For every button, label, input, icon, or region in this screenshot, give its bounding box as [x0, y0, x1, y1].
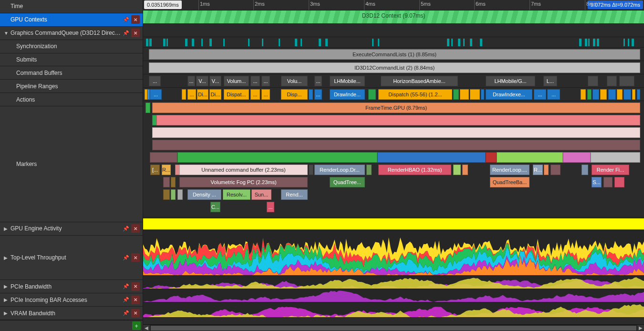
sidebar-row-pipeline[interactable]: Pipeline Ranges	[0, 80, 143, 93]
marker-span[interactable]	[152, 127, 640, 138]
sidebar-row-time[interactable]: Time	[0, 0, 143, 13]
scroll-right-icon[interactable]: ▶	[637, 325, 644, 331]
marker-span[interactable]: C...	[210, 202, 220, 212]
marker-span[interactable]	[462, 165, 468, 175]
marker-span[interactable]	[156, 115, 640, 125]
timeline-span[interactable]: Disp...	[281, 89, 308, 100]
marker-span[interactable]: QuadTreeBa...	[490, 177, 530, 187]
timeline-span[interactable]: Dispatch (55-56) (1.2...	[378, 89, 452, 100]
timeline-span[interactable]	[607, 76, 617, 86]
pin-icon[interactable]: 📌	[122, 224, 130, 233]
sync-tick[interactable]	[192, 39, 194, 46]
sync-tick[interactable]	[201, 39, 203, 46]
marker-span[interactable]: ...	[267, 202, 274, 212]
marker-span[interactable]	[150, 152, 177, 163]
timeline-span[interactable]: ...	[261, 76, 270, 86]
marker-span[interactable]	[614, 177, 624, 187]
pin-icon[interactable]: 📌	[122, 253, 130, 262]
track-commandbuffers[interactable]: ID3D12CommandList (2) (8.84ms)	[143, 61, 644, 74]
marker-span[interactable]: Resolv...	[223, 189, 250, 200]
sync-tick[interactable]	[301, 39, 302, 46]
timeline-span[interactable]: ...	[261, 89, 270, 100]
pin-icon[interactable]: 📌	[122, 29, 130, 37]
timeline-span[interactable]	[632, 89, 635, 100]
marker-span[interactable]: Sun...	[251, 189, 271, 200]
sync-tick[interactable]	[166, 39, 168, 46]
timeline-span[interactable]	[592, 89, 599, 100]
marker-span[interactable]	[551, 165, 561, 175]
marker-span[interactable]: QuadTree...	[330, 177, 365, 187]
timeline-span[interactable]: ...	[149, 76, 161, 86]
sync-tick[interactable]	[597, 39, 599, 46]
marker-span[interactable]: RenderLoop.Dr...	[314, 165, 365, 175]
sync-tick[interactable]	[480, 39, 482, 46]
marker-span[interactable]	[486, 152, 497, 163]
sync-tick[interactable]	[378, 39, 379, 46]
timeline-span[interactable]: Dispat...	[224, 89, 249, 100]
sync-tick[interactable]	[593, 39, 595, 46]
timeline-span[interactable]	[581, 89, 586, 100]
scroll-thumb[interactable]	[151, 326, 636, 331]
timeline-span[interactable]: V...	[209, 76, 221, 86]
chart-pcie-bar-accesses[interactable]	[143, 289, 644, 302]
scroll-left-icon[interactable]: ◀	[143, 325, 150, 331]
sync-tick[interactable]	[209, 39, 212, 46]
marker-span[interactable]: S...	[592, 177, 602, 187]
timeline-span[interactable]	[460, 89, 469, 100]
sidebar-row-tlt[interactable]: ▶ Top-Level Throughput 📌 ✕	[0, 236, 143, 280]
timeline-span[interactable]: LHMobile...	[330, 76, 365, 86]
timeline-span[interactable]: ID3D12CommandList (2) (8.84ms)	[149, 62, 640, 73]
timeline-span[interactable]: Volu...	[281, 76, 308, 86]
timeline-span[interactable]: ...	[534, 89, 546, 100]
marker-span[interactable]: RenderLoop....	[490, 165, 530, 175]
marker-span[interactable]: Volumetric Fog PC (2.23ms)	[179, 177, 308, 187]
timeline-span[interactable]: L...	[543, 76, 557, 86]
timeline-span[interactable]: ...	[150, 89, 162, 100]
horizontal-scrollbar[interactable]: ◀ ▶	[143, 324, 644, 331]
timeline-span[interactable]	[587, 89, 592, 100]
sync-tick[interactable]	[262, 39, 263, 46]
timeline-span[interactable]	[481, 89, 484, 100]
timeline-span[interactable]	[588, 76, 598, 86]
timeline-span[interactable]	[470, 89, 480, 100]
timeline-span[interactable]: Volum...	[224, 76, 249, 86]
sidebar-row-sync[interactable]: Synchronization	[0, 40, 143, 53]
close-icon[interactable]: ✕	[131, 296, 140, 304]
sync-tick[interactable]	[146, 39, 148, 46]
timeline-span[interactable]: ...	[187, 76, 195, 86]
timeline-span[interactable]: V...	[196, 76, 208, 86]
marker-span[interactable]	[152, 140, 640, 150]
marker-span[interactable]	[603, 177, 613, 187]
timeline-span[interactable]: ...	[547, 89, 560, 100]
sync-tick[interactable]	[463, 39, 465, 46]
sync-tick[interactable]	[248, 39, 249, 46]
timeline-span[interactable]	[182, 89, 186, 100]
marker-span[interactable]: RenderHBAO (1.32ms)	[378, 165, 451, 175]
timeline-span[interactable]: ...	[187, 89, 196, 100]
sync-tick[interactable]	[588, 39, 590, 46]
sync-tick[interactable]	[223, 39, 225, 46]
marker-span[interactable]	[453, 165, 461, 175]
timeline-span[interactable]: Di...	[197, 89, 208, 100]
marker-span[interactable]	[177, 189, 183, 200]
timeline-span[interactable]: ...	[250, 89, 260, 100]
marker-span[interactable]: Render Fi...	[592, 165, 629, 175]
marker-span[interactable]: R...	[162, 165, 171, 175]
sync-tick[interactable]	[585, 39, 587, 46]
close-icon[interactable]: ✕	[131, 224, 140, 233]
time-ruler[interactable]: 0.0351969ms 9.072ms Δt=9.072ms 1ms2ms3ms…	[143, 0, 644, 10]
marker-span[interactable]	[177, 152, 377, 163]
timeline-span[interactable]: ...	[314, 76, 322, 86]
sync-tick[interactable]	[447, 39, 449, 46]
chart-pcie-bandwidth[interactable]	[143, 276, 644, 289]
marker-span[interactable]	[366, 165, 372, 175]
marker-span[interactable]: FrameTime.GPU (8.79ms)	[152, 103, 640, 113]
timeline-span[interactable]	[368, 89, 376, 100]
marker-span[interactable]	[163, 177, 170, 187]
timeline-span[interactable]: ...	[314, 89, 322, 100]
sidebar-row-gpu-contexts[interactable]: GPU Contexts 📌 ✕	[0, 13, 143, 27]
timeline-span[interactable]	[309, 89, 313, 100]
timeline-span[interactable]	[637, 89, 640, 100]
timeline-span[interactable]: LHMobile/G...	[486, 76, 535, 86]
marker-span[interactable]	[377, 152, 486, 163]
